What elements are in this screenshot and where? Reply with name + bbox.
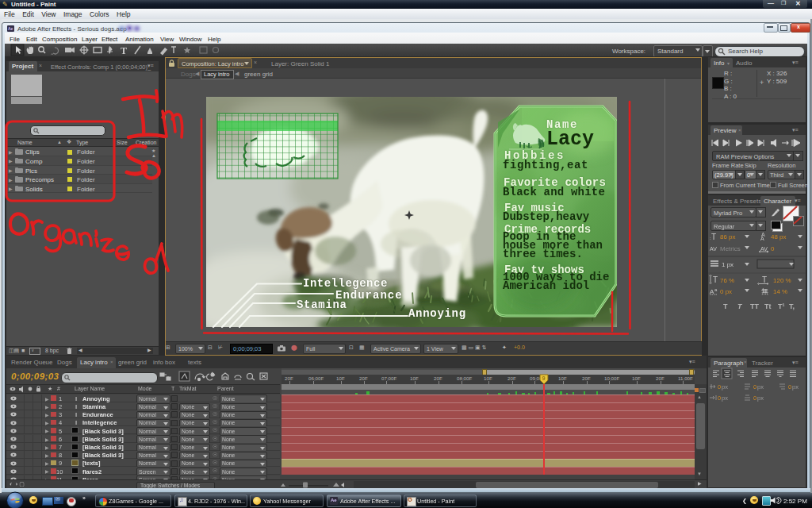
svg-text:48 px: 48 px	[771, 233, 787, 241]
svg-text:px: px	[722, 394, 728, 402]
svg-text:86 px: 86 px	[720, 233, 736, 241]
svg-text:0: 0	[788, 383, 791, 391]
svg-text:T: T	[121, 45, 127, 56]
svg-text:0: 0	[753, 394, 756, 402]
svg-text:T: T	[723, 302, 728, 310]
svg-text:T: T	[711, 233, 716, 241]
svg-text:0 px: 0 px	[720, 288, 732, 295]
svg-text:TT: TT	[750, 302, 759, 310]
svg-text:px: px	[792, 383, 799, 391]
svg-text:T: T	[737, 302, 743, 310]
svg-text:76 %: 76 %	[720, 277, 734, 284]
svg-text:AV: AV	[710, 246, 717, 252]
svg-text:px: px	[722, 383, 728, 391]
svg-text:0: 0	[771, 245, 775, 252]
svg-text:Metrics: Metrics	[720, 245, 741, 252]
svg-text:a: a	[714, 287, 718, 292]
svg-text:T¹: T¹	[778, 302, 785, 310]
svg-text:9: 9	[542, 375, 546, 381]
svg-text:px: px	[757, 383, 764, 391]
svg-text:T: T	[762, 275, 767, 284]
svg-text:0: 0	[718, 383, 721, 391]
svg-text:14 %: 14 %	[773, 288, 787, 295]
svg-text:AV: AV	[760, 246, 768, 252]
svg-text:無: 無	[761, 287, 768, 295]
svg-text:A: A	[760, 236, 764, 241]
svg-text:0: 0	[753, 383, 756, 391]
svg-text:120 %: 120 %	[773, 277, 791, 284]
svg-text:Tt: Tt	[764, 302, 772, 310]
svg-text:T,: T,	[789, 302, 795, 310]
svg-text:px: px	[757, 394, 764, 402]
svg-text:1 px: 1 px	[722, 261, 733, 268]
svg-text:0: 0	[718, 394, 721, 402]
svg-text:T: T	[713, 275, 718, 284]
